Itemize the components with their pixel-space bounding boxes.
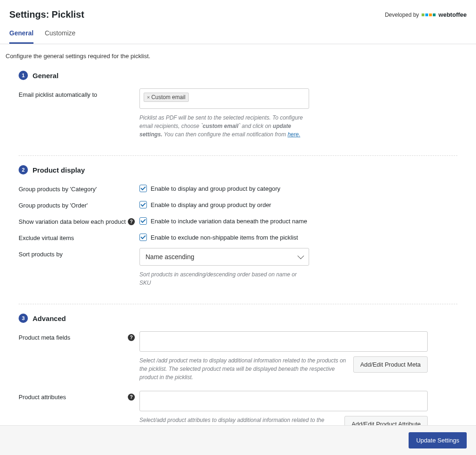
footer-bar: Update Settings bbox=[0, 425, 476, 455]
sort-products-value: Name ascending bbox=[145, 253, 194, 261]
tab-customize[interactable]: Customize bbox=[45, 25, 75, 44]
label-product-meta: Product meta fields ? bbox=[19, 331, 139, 341]
tag-custom-email[interactable]: × Custom email bbox=[144, 93, 189, 102]
label-exclude-virtual: Exclude virtual items bbox=[19, 232, 139, 241]
developed-by-label: Developed by bbox=[385, 12, 419, 18]
checkbox-exclude-virtual-label: Enable to exclude non-shippable items fr… bbox=[151, 234, 298, 241]
row-product-meta: Product meta fields ? Select /add produc… bbox=[19, 331, 457, 381]
row-exclude-virtual: Exclude virtual items Enable to exclude … bbox=[19, 232, 457, 241]
label-group-order: Group products by 'Order' bbox=[19, 199, 139, 209]
section-general-header: 1 General bbox=[19, 71, 457, 80]
checkbox-exclude-virtual[interactable] bbox=[139, 234, 147, 241]
page-title: Settings: Picklist bbox=[9, 9, 84, 20]
remove-tag-icon[interactable]: × bbox=[147, 94, 150, 100]
sort-products-select[interactable]: Name ascending bbox=[139, 248, 309, 266]
sort-helper-text: Sort products in ascending/descending or… bbox=[139, 270, 309, 287]
section-product-display: 2 Product display Group products by 'Cat… bbox=[0, 161, 476, 299]
tab-general[interactable]: General bbox=[9, 25, 33, 44]
product-attributes-input[interactable] bbox=[139, 391, 428, 411]
help-icon[interactable]: ? bbox=[128, 218, 135, 225]
label-sort-products: Sort products by bbox=[19, 248, 139, 258]
label-variation-data: Show variation data below each product ? bbox=[19, 215, 139, 225]
email-here-link[interactable]: here. bbox=[288, 131, 300, 138]
section-number-badge: 3 bbox=[19, 314, 28, 323]
label-product-attributes: Product attributes ? bbox=[19, 391, 139, 401]
add-edit-product-meta-button[interactable]: Add/Edit Product Meta bbox=[353, 356, 428, 373]
divider bbox=[19, 155, 457, 156]
section-product-display-header: 2 Product display bbox=[19, 165, 457, 174]
product-meta-input[interactable] bbox=[139, 331, 428, 352]
help-icon[interactable]: ? bbox=[128, 334, 135, 341]
tag-label: Custom email bbox=[151, 94, 185, 100]
section-advanced-header: 3 Advanced bbox=[19, 314, 457, 323]
brand-name: webtoffee bbox=[438, 11, 467, 18]
chevron-down-icon bbox=[298, 253, 304, 259]
product-meta-helper: Select /add product meta to display addi… bbox=[139, 356, 348, 381]
section-advanced-title: Advanced bbox=[33, 314, 66, 322]
help-icon[interactable]: ? bbox=[128, 394, 135, 401]
tabs: General Customize bbox=[0, 25, 476, 44]
row-email-picklist: Email picklist automatically to × Custom… bbox=[19, 88, 457, 139]
section-general-title: General bbox=[33, 72, 59, 80]
label-group-category: Group products by 'Category' bbox=[19, 183, 139, 193]
email-helper-text: Picklist as PDF will be sent to the sele… bbox=[139, 114, 309, 139]
checkbox-variation-data-label: Enable to include variation data beneath… bbox=[151, 218, 307, 225]
label-email-picklist: Email picklist automatically to bbox=[19, 88, 139, 98]
page-header: Settings: Picklist Developed by webtoffe… bbox=[0, 0, 476, 25]
update-settings-button[interactable]: Update Settings bbox=[409, 432, 467, 448]
checkbox-group-order-label: Enable to display and group product by o… bbox=[151, 201, 271, 208]
checkbox-variation-data[interactable] bbox=[139, 217, 147, 225]
row-variation-data: Show variation data below each product ?… bbox=[19, 215, 457, 225]
intro-text: Configure the general settings required … bbox=[0, 44, 476, 66]
checkbox-group-category-label: Enable to display and group product by c… bbox=[151, 185, 280, 192]
row-group-category: Group products by 'Category' Enable to d… bbox=[19, 183, 457, 193]
checkbox-group-category[interactable] bbox=[139, 185, 147, 192]
developed-by: Developed by webtoffee bbox=[385, 11, 467, 18]
row-sort-products: Sort products by Name ascending Sort pro… bbox=[19, 248, 457, 287]
checkbox-group-order[interactable] bbox=[139, 201, 147, 208]
email-recipients-input[interactable]: × Custom email bbox=[139, 88, 309, 109]
row-group-order: Group products by 'Order' Enable to disp… bbox=[19, 199, 457, 209]
brand-logo-icon bbox=[422, 13, 436, 16]
section-number-badge: 1 bbox=[19, 71, 28, 80]
section-general: 1 General Email picklist automatically t… bbox=[0, 66, 476, 151]
section-number-badge: 2 bbox=[19, 165, 28, 174]
section-product-display-title: Product display bbox=[33, 166, 85, 174]
divider bbox=[19, 304, 457, 304]
